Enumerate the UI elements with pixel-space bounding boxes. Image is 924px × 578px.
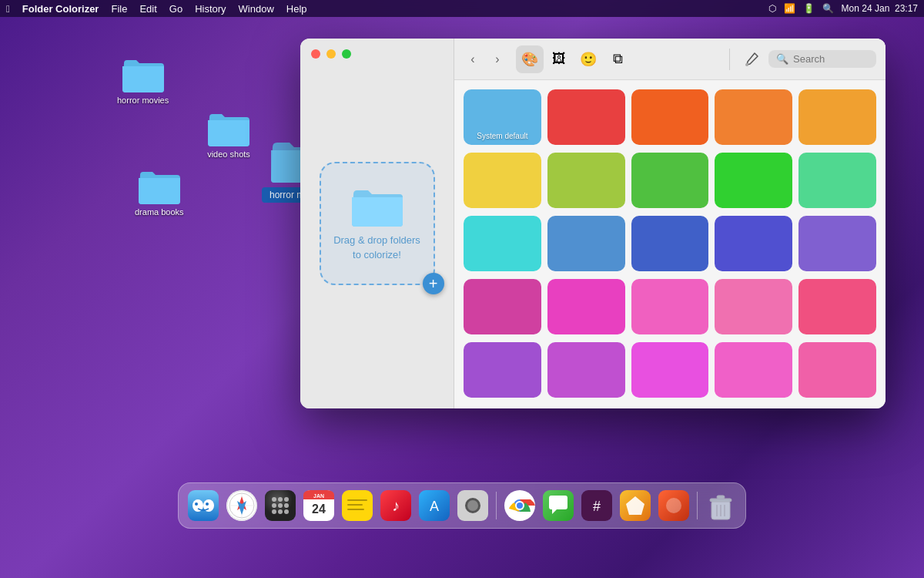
toolbar: ‹ › 🎨 🖼 🙂 ⧉ 🔍 [454, 39, 886, 80]
dock-divider [496, 492, 497, 519]
dock-item-slack[interactable]: # [580, 489, 614, 523]
color-cell-blue[interactable] [631, 216, 709, 271]
search-input[interactable] [793, 53, 870, 65]
app-window: Drag & drop foldersto colorize! + ‹ › 🎨 … [300, 39, 886, 408]
dock-item-sketch[interactable] [618, 489, 652, 523]
color-cell-pink-light[interactable] [715, 279, 792, 334]
svg-point-51 [666, 498, 681, 513]
folder-icon [137, 167, 182, 204]
color-cell-yellow-green[interactable] [547, 153, 625, 208]
canister-icon [658, 490, 689, 521]
right-panel: ‹ › 🎨 🖼 🙂 ⧉ 🔍 [454, 39, 886, 408]
color-cell-pink-coral[interactable] [798, 342, 876, 398]
search-bar[interactable]: 🔍 [768, 50, 876, 68]
eyedropper-button[interactable] [738, 45, 765, 73]
desktop-folder-drama[interactable]: drama books [135, 167, 184, 217]
menu-go[interactable]: Go [169, 3, 182, 15]
toolbar-divider [729, 49, 730, 70]
color-cell-blue-mid[interactable] [715, 216, 792, 271]
dock: 24 JAN ♪ [178, 482, 746, 529]
color-cell-system-default[interactable]: System default [464, 89, 541, 145]
maximize-button[interactable] [342, 49, 351, 59]
color-cell-yellow-orange[interactable] [798, 89, 876, 145]
tab-images[interactable]: 🖼 [545, 45, 573, 73]
dock-item-toast[interactable] [456, 489, 490, 523]
svg-text:A: A [430, 499, 439, 514]
tab-copy[interactable]: ⧉ [604, 45, 631, 73]
dock-item-chrome[interactable] [503, 489, 537, 523]
window-controls [311, 49, 351, 59]
add-button[interactable]: + [423, 273, 444, 294]
battery-icon[interactable]: 🔋 [803, 3, 815, 14]
datetime: Mon 24 Jan 23:17 [842, 3, 918, 14]
tab-colors[interactable]: 🎨 [516, 45, 544, 73]
menu-history[interactable]: History [195, 3, 226, 15]
dock-item-notes[interactable] [340, 489, 374, 523]
svg-text:24: 24 [312, 502, 326, 516]
color-cell-orange[interactable] [715, 89, 792, 145]
menu-help[interactable]: Help [286, 3, 307, 15]
svg-rect-31 [347, 499, 367, 501]
appstore-icon: A [419, 490, 450, 521]
dock-item-appstore[interactable]: A [417, 489, 451, 523]
back-button[interactable]: ‹ [464, 50, 482, 69]
tab-emoji[interactable]: 🙂 [574, 45, 602, 73]
color-cell-purple-light[interactable] [798, 216, 876, 271]
color-cell-orange-red[interactable] [631, 89, 709, 145]
desktop-folder-horror[interactable]: horror movies [117, 55, 169, 105]
search-icon[interactable]: 🔍 [822, 3, 834, 14]
dock-item-finder[interactable] [186, 489, 220, 523]
menubar:  Folder Colorizer File Edit Go History … [0, 0, 924, 17]
folder-icon [206, 109, 251, 146]
dock-item-messages[interactable] [541, 489, 575, 523]
svg-rect-53 [710, 499, 732, 502]
menubar-left:  Folder Colorizer File Edit Go History … [6, 3, 307, 15]
color-cell-pink-bright[interactable] [631, 279, 709, 334]
safari-icon [226, 490, 257, 521]
music-icon: ♪ [380, 490, 411, 521]
color-cell-pink-magenta[interactable] [631, 342, 709, 398]
folder-icon [121, 55, 166, 92]
color-cell-teal[interactable] [798, 153, 876, 208]
svg-point-18 [284, 497, 289, 502]
folder-label: horror movies [117, 96, 169, 105]
color-cell-red-pink[interactable] [798, 279, 876, 334]
dock-item-calendar[interactable]: 24 JAN [302, 489, 336, 523]
folder-label: video shots [207, 150, 250, 159]
color-cell-red[interactable] [547, 89, 625, 145]
menu-file[interactable]: File [111, 3, 127, 15]
dock-item-trash[interactable] [704, 489, 738, 523]
desktop-folder-video[interactable]: video shots [206, 109, 251, 159]
color-cell-purple[interactable] [464, 342, 541, 398]
forward-button[interactable]: › [488, 50, 507, 69]
color-cell-pink-hot[interactable] [547, 279, 625, 334]
svg-text:♪: ♪ [392, 497, 400, 514]
color-cell-green-light[interactable] [631, 153, 709, 208]
finder-icon [188, 490, 219, 521]
close-button[interactable] [311, 49, 320, 59]
app-name[interactable]: Folder Colorizer [22, 3, 99, 15]
svg-point-7 [206, 502, 209, 506]
color-cell-blue-light[interactable] [547, 216, 625, 271]
color-cell-cyan[interactable] [464, 216, 541, 271]
dock-item-safari[interactable] [225, 489, 259, 523]
color-cell-magenta-dark[interactable] [464, 279, 541, 334]
bluetooth-icon[interactable]: ⬡ [768, 3, 776, 14]
color-cell-yellow[interactable] [464, 153, 541, 208]
apple-menu[interactable]:  [6, 3, 10, 15]
color-cell-green[interactable] [715, 153, 792, 208]
dock-item-canister[interactable] [657, 489, 691, 523]
color-cell-purple-mid[interactable] [547, 342, 625, 398]
wifi-icon[interactable]: 📶 [784, 3, 795, 14]
menu-edit[interactable]: Edit [139, 3, 156, 15]
dock-item-launchpad[interactable] [263, 489, 297, 523]
desktop: horror movies video shots drama books + … [0, 17, 924, 532]
minimize-button[interactable] [326, 49, 336, 59]
dock-item-music[interactable]: ♪ [379, 489, 413, 523]
calendar-icon: 24 JAN [303, 490, 334, 521]
svg-point-22 [272, 509, 276, 514]
menu-window[interactable]: Window [239, 3, 274, 15]
color-cell-pink-salmon[interactable] [715, 342, 792, 398]
svg-text:#: # [593, 499, 601, 514]
drop-zone[interactable]: Drag & drop foldersto colorize! + [320, 162, 435, 285]
